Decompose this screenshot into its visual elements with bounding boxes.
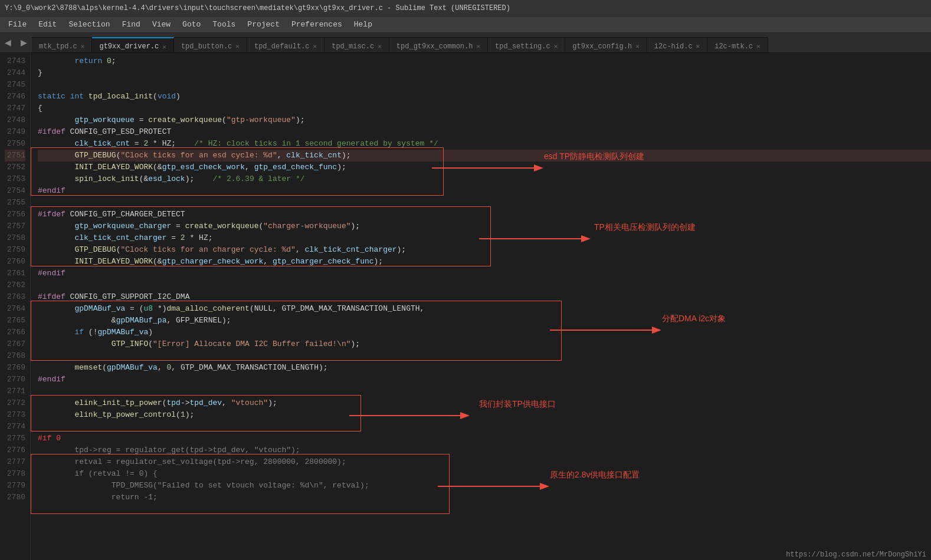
menu-preferences[interactable]: Preferences (286, 18, 348, 31)
code-line-2765: &gpDMABuf_pa, GFP_KERNEL); (38, 315, 931, 327)
code-line-2779: TPD_DMESG("Failed to set vtouch voltage:… (38, 480, 931, 492)
tab-gt9xx-driver[interactable]: gt9xx_driver.c ✕ (92, 37, 173, 53)
tab-tpd-common[interactable]: tpd_gt9xx_common.h ✕ (389, 37, 488, 53)
tab-close-gt9xx-config[interactable]: ✕ (635, 42, 640, 50)
code-line-2774 (38, 421, 931, 433)
code-line-2760: INIT_DELAYED_WORK(&gtp_charger_check_wor… (38, 256, 931, 268)
tab-tpd-button[interactable]: tpd_button.c ✕ (174, 37, 247, 53)
code-area[interactable]: return 0; } static int tpd_local_init(vo… (31, 53, 931, 560)
tab-nav-left[interactable]: ◀ (0, 33, 16, 52)
code-line-2776: tpd->reg = regulator_get(tpd->tpd_dev, "… (38, 444, 931, 456)
tab-bar: ◀ ▶ mtk_tpd.c ✕ gt9xx_driver.c ✕ tpd_but… (0, 33, 931, 53)
code-line-2772: elink_init_tp_power(tpd->tpd_dev, "vtouc… (38, 397, 931, 409)
tab-close-gt9xx-driver[interactable]: ✕ (162, 43, 166, 51)
code-line-2771 (38, 386, 931, 397)
code-line-2748: gtp_workqueue = create_workqueue("gtp-wo… (38, 114, 931, 126)
menu-view[interactable]: View (146, 18, 176, 31)
tab-close-tpd-default[interactable]: ✕ (313, 42, 317, 50)
code-line-2778: if (retval != 0) { (38, 468, 931, 480)
code-line-2746: static int tpd_local_init(void) (38, 91, 931, 103)
menu-help[interactable]: Help (348, 18, 378, 31)
tab-close-i2c-hid[interactable]: ✕ (696, 42, 700, 50)
code-line-2752: INIT_DELAYED_WORK(&gtp_esd_check_work, g… (38, 162, 931, 173)
code-line-2766: if (!gpDMABuf_va) (38, 327, 931, 338)
tab-gt9xx-config[interactable]: gt9xx_config.h ✕ (565, 37, 647, 53)
code-line-2747: { (38, 103, 931, 114)
code-line-2762 (38, 279, 931, 291)
editor[interactable]: 2743 2744 2745 2746 2747 2748 2749 2750 … (0, 53, 931, 560)
line-numbers: 2743 2744 2745 2746 2747 2748 2749 2750 … (0, 53, 31, 560)
menu-goto[interactable]: Goto (176, 18, 206, 31)
tab-close-tpd-misc[interactable]: ✕ (378, 42, 382, 50)
tab-i2c-hid[interactable]: i2c-hid.c ✕ (647, 37, 707, 53)
tab-tpd-setting[interactable]: tpd_setting.c ✕ (488, 37, 565, 53)
code-line-2750: clk_tick_cnt = 2 * HZ; /* HZ: clock tick… (38, 138, 931, 150)
code-line-2768 (38, 350, 931, 362)
code-line-2755 (38, 197, 931, 209)
code-line-2773: elink_tp_power_control(1); (38, 409, 931, 421)
menu-find[interactable]: Find (116, 18, 146, 31)
code-line-2777: retval = regulator_set_voltage(tpd->reg,… (38, 456, 931, 468)
code-line-2763: #ifdef CONFIG_GTP_SUPPORT_I2C_DMA (38, 291, 931, 303)
code-line-2756: #ifdef CONFIG_GTP_CHARGER_DETECT (38, 209, 931, 220)
tab-close-tpd-button[interactable]: ✕ (235, 42, 240, 50)
menu-file[interactable]: File (2, 18, 32, 31)
menu-bar: File Edit Selection Find View Goto Tools… (0, 17, 931, 33)
code-line-2751: GTP_DEBUG("Clock ticks for an esd cycle:… (38, 150, 931, 162)
tab-mtk-tpd[interactable]: mtk_tpd.c ✕ (32, 37, 92, 53)
tab-close-i2c-mtk[interactable]: ✕ (756, 42, 760, 50)
tab-nav-right[interactable]: ▶ (16, 33, 32, 52)
watermark: https://blog.csdn.net/MrDongShiYi (781, 549, 931, 560)
code-line-2767: GTP_INFO("[Error] Allocate DMA I2C Buffe… (38, 338, 931, 350)
tab-close-tpd-common[interactable]: ✕ (476, 42, 480, 50)
tab-close-tpd-setting[interactable]: ✕ (554, 42, 558, 50)
code-line-2780: return -1; (38, 492, 931, 503)
menu-selection[interactable]: Selection (63, 18, 116, 31)
tab-close-mtk-tpd[interactable]: ✕ (81, 42, 85, 50)
code-line-2744: } (38, 67, 931, 79)
code-line-2770: #endif (38, 374, 931, 386)
code-line-2745 (38, 79, 931, 91)
menu-edit[interactable]: Edit (32, 18, 63, 31)
code-line-2775: #if 0 (38, 433, 931, 444)
menu-tools[interactable]: Tools (206, 18, 241, 31)
title-text: Y:\9_0\work2\8788\alps\kernel-4.4\driver… (5, 4, 510, 12)
code-line-2743: return 0; (38, 55, 931, 67)
code-line-2758: clk_tick_cnt_charger = 2 * HZ; (38, 232, 931, 244)
code-line-2764: gpDMABuf_va = (u8 *)dma_alloc_coherent(N… (38, 303, 931, 315)
code-line-2757: gtp_workqueue_charger = create_workqueue… (38, 220, 931, 232)
code-line-2761: #endif (38, 268, 931, 279)
code-line-2769: memset(gpDMABuf_va, 0, GTP_DMA_MAX_TRANS… (38, 362, 931, 374)
tab-tpd-misc[interactable]: tpd_misc.c ✕ (324, 37, 389, 53)
title-bar: Y:\9_0\work2\8788\alps\kernel-4.4\driver… (0, 0, 931, 17)
menu-project[interactable]: Project (241, 18, 286, 31)
code-line-2749: #ifdef CONFIG_GTP_ESD_PROTECT (38, 126, 931, 138)
code-line-2754: #endif (38, 185, 931, 197)
tab-tpd-default[interactable]: tpd_default.c ✕ (247, 37, 324, 53)
code-line-2753: spin_lock_init(&esd_lock); /* 2.6.39 & l… (38, 173, 931, 185)
tab-i2c-mtk[interactable]: i2c-mtk.c ✕ (707, 37, 768, 53)
code-line-2759: GTP_DEBUG("Clock ticks for an charger cy… (38, 244, 931, 256)
